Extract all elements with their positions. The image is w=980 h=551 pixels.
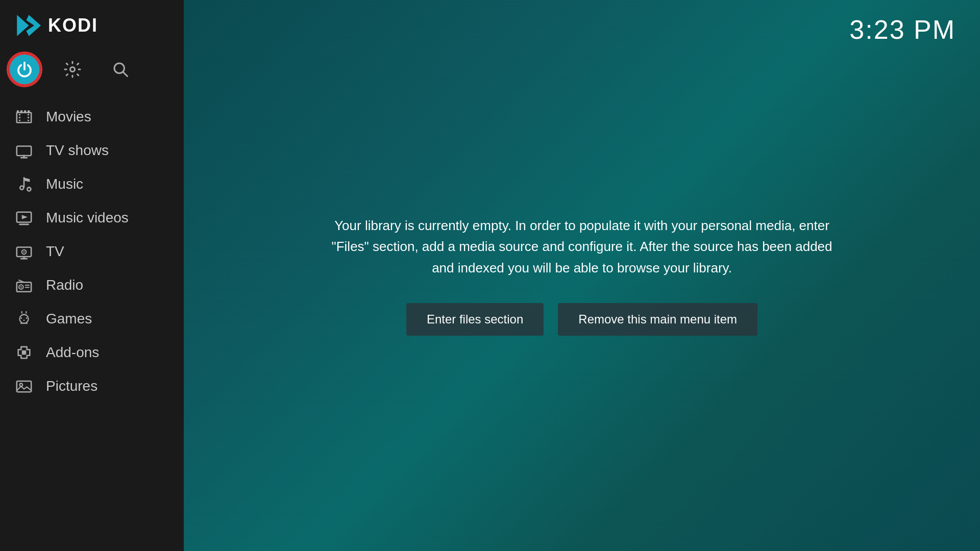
sidebar-item-musicvideos-label: Music videos [46,210,129,226]
nav-menu: Movies TV shows [0,96,184,551]
sidebar-item-tvshows[interactable]: TV shows [0,134,184,167]
svg-rect-15 [28,110,30,113]
svg-point-8 [19,119,20,121]
svg-rect-16 [17,146,31,156]
sidebar-item-music-label: Music [46,176,83,192]
svg-marker-22 [22,215,28,219]
sidebar-item-tvshows-label: TV shows [46,142,109,159]
sidebar-item-music[interactable]: Music [0,167,184,201]
svg-marker-0 [17,15,29,36]
games-icon [14,309,34,329]
empty-library-message: Your library is currently empty. In orde… [327,215,837,279]
app-title: KODI [48,15,98,36]
sidebar-item-radio[interactable]: Radio [0,268,184,302]
svg-point-9 [28,114,29,115]
movies-icon [14,107,34,127]
enter-files-button[interactable]: Enter files section [406,303,544,336]
livetv-icon [14,242,34,261]
svg-rect-40 [22,350,27,355]
svg-point-2 [70,67,75,72]
musicvideos-icon [14,208,34,228]
action-buttons: Enter files section Remove this main men… [406,303,757,336]
sidebar-item-pictures-label: Pictures [46,378,97,394]
svg-point-7 [19,117,20,118]
sidebar-item-tv-label: TV [46,243,64,260]
sidebar-item-radio-label: Radio [46,277,83,293]
sidebar-item-tv[interactable]: TV [0,235,184,268]
sidebar-item-movies-label: Movies [46,109,91,125]
svg-point-28 [23,251,25,253]
main-content: 3:23 PM Your library is currently empty.… [184,0,980,551]
svg-point-37 [23,319,25,321]
svg-rect-23 [19,223,29,225]
pictures-icon [14,377,34,396]
sidebar-item-addons-label: Add-ons [46,344,99,361]
tvshows-icon [14,141,34,160]
sidebar-item-musicvideos[interactable]: Music videos [0,201,184,235]
sidebar-item-addons[interactable]: Add-ons [0,336,184,369]
svg-rect-41 [17,381,31,392]
svg-point-10 [28,117,29,118]
svg-point-35 [21,317,22,319]
svg-rect-12 [17,110,19,113]
svg-point-11 [28,119,29,121]
top-icon-bar [0,49,184,96]
svg-point-36 [26,317,28,319]
sidebar-item-games-label: Games [46,311,92,327]
content-area: Your library is currently empty. In orde… [184,0,980,551]
radio-icon [14,276,34,295]
svg-point-31 [20,286,22,288]
svg-point-6 [19,114,20,115]
app-header: KODI [0,0,184,49]
system-clock: 3:23 PM [849,14,955,45]
svg-point-20 [27,187,31,191]
sidebar-item-movies[interactable]: Movies [0,100,184,134]
settings-button[interactable] [56,53,89,86]
kodi-logo-icon [14,12,41,39]
svg-point-19 [20,186,23,190]
search-button[interactable] [104,53,137,86]
svg-rect-14 [24,110,26,113]
svg-rect-13 [20,110,22,113]
svg-line-4 [123,72,127,76]
remove-menu-item-button[interactable]: Remove this main menu item [558,303,757,336]
power-button[interactable] [8,53,41,86]
sidebar-item-pictures[interactable]: Pictures [0,369,184,403]
music-icon [14,174,34,194]
sidebar: KODI [0,0,184,551]
sidebar-item-games[interactable]: Games [0,302,184,336]
addons-icon [14,343,34,362]
